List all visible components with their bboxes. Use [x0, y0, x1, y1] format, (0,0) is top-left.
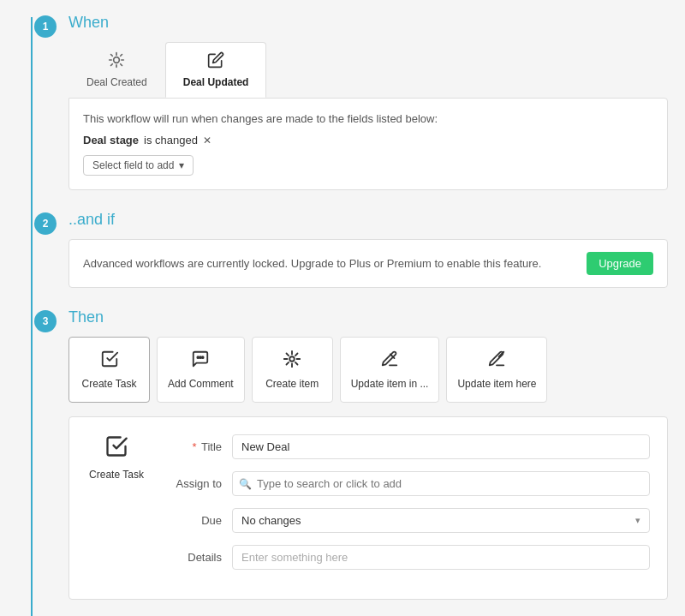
assign-to-search-wrapper: 🔍	[232, 471, 650, 496]
select-field-add[interactable]: Select field to add ▾	[83, 155, 194, 176]
pencil-icon	[207, 51, 224, 73]
page-wrapper: 1 When	[0, 0, 685, 616]
svg-line-7	[111, 64, 113, 66]
field-tag-changed: is changed	[144, 134, 198, 147]
section-and-if: 2 ..and if Advanced workflows are curren…	[17, 211, 668, 288]
svg-line-18	[295, 362, 298, 365]
form-label-due: Due	[164, 514, 232, 527]
tab-deal-updated-label: Deal Updated	[183, 76, 249, 88]
search-icon: 🔍	[239, 478, 252, 490]
form-label-title: * Title	[164, 440, 232, 453]
task-form-fields: * Title Assign to 🔍 Due	[164, 434, 650, 582]
action-card-create-item-label: Create item	[265, 378, 319, 390]
svg-line-17	[287, 354, 289, 356]
task-form-container: Create Task * Title Assign to 🔍	[68, 416, 668, 600]
tab-deal-updated[interactable]: Deal Updated	[165, 42, 267, 98]
section-then: 3 Then Create Task	[17, 308, 668, 600]
form-row-assign-to: Assign to 🔍	[164, 471, 650, 496]
upgrade-button[interactable]: Upgrade	[587, 252, 653, 275]
svg-point-0	[114, 57, 120, 63]
action-card-create-item[interactable]: Create item	[252, 337, 333, 403]
field-tag: Deal stage is changed ✕	[83, 134, 211, 147]
section-number-1: 1	[34, 15, 57, 38]
section-when: 1 When	[17, 14, 668, 190]
due-select-value: No changes	[241, 514, 301, 527]
sparkle-icon	[283, 350, 301, 373]
sun-icon	[108, 51, 125, 73]
svg-line-6	[121, 64, 122, 66]
svg-line-8	[121, 55, 122, 57]
svg-point-9	[198, 356, 200, 358]
form-row-title: * Title	[164, 434, 650, 459]
tabs-container: Deal Created Deal Updated	[68, 42, 668, 98]
task-form-icon-label: Create Task	[89, 469, 144, 481]
tab-content: This workflow will run when changes are …	[68, 98, 668, 190]
svg-point-11	[202, 356, 204, 358]
field-tag-name: Deal stage	[83, 134, 139, 147]
section-title-then: Then	[68, 308, 668, 326]
pencil-arrow2-icon	[487, 350, 506, 373]
form-row-due: Due No changes ▾	[164, 508, 650, 533]
section-title-and-if: ..and if	[68, 211, 668, 229]
comment-icon	[191, 350, 210, 373]
title-input[interactable]	[232, 434, 650, 459]
section-number-3: 3	[34, 310, 57, 332]
svg-line-5	[111, 55, 113, 57]
upgrade-box: Advanced workflows are currently locked.…	[68, 239, 668, 288]
action-card-update-item-in-label: Update item in ...	[351, 378, 429, 390]
action-cards: Create Task Add Comment	[68, 337, 668, 403]
action-card-update-item-here[interactable]: Update item here	[446, 337, 547, 403]
due-chevron-icon: ▾	[635, 515, 640, 526]
action-card-add-comment-label: Add Comment	[168, 378, 234, 390]
checkbox-icon	[100, 350, 119, 373]
task-form-icon-area: Create Task	[86, 434, 146, 582]
due-select[interactable]: No changes ▾	[232, 508, 650, 533]
select-field-label: Select field to add	[92, 159, 174, 171]
section-title-when: When	[68, 14, 668, 32]
section-number-2: 2	[34, 212, 57, 235]
details-input[interactable]	[232, 545, 650, 570]
pencil-arrow-icon	[380, 350, 399, 373]
upgrade-text: Advanced workflows are currently locked.…	[83, 257, 541, 270]
assign-to-input[interactable]	[232, 471, 650, 496]
task-form-checkbox-icon	[104, 434, 128, 463]
action-card-create-task-label: Create Task	[82, 378, 137, 390]
action-card-update-item-in[interactable]: Update item in ...	[340, 337, 440, 403]
action-card-update-item-here-label: Update item here	[457, 378, 536, 390]
action-card-create-task[interactable]: Create Task	[68, 337, 150, 403]
svg-line-19	[287, 362, 289, 365]
form-row-details: Details	[164, 545, 650, 570]
form-label-details: Details	[164, 551, 232, 564]
required-star-title: *	[192, 440, 196, 453]
field-tag-remove[interactable]: ✕	[203, 135, 211, 147]
tab-deal-created-label: Deal Created	[86, 76, 147, 88]
action-card-add-comment[interactable]: Add Comment	[157, 337, 245, 403]
svg-point-10	[200, 356, 201, 358]
svg-point-12	[289, 356, 295, 362]
chevron-down-icon: ▾	[179, 159, 184, 171]
form-label-assign-to: Assign to	[164, 477, 232, 490]
svg-line-20	[295, 354, 298, 356]
tab-deal-created[interactable]: Deal Created	[68, 42, 165, 98]
workflow-description: This workflow will run when changes are …	[83, 112, 653, 125]
